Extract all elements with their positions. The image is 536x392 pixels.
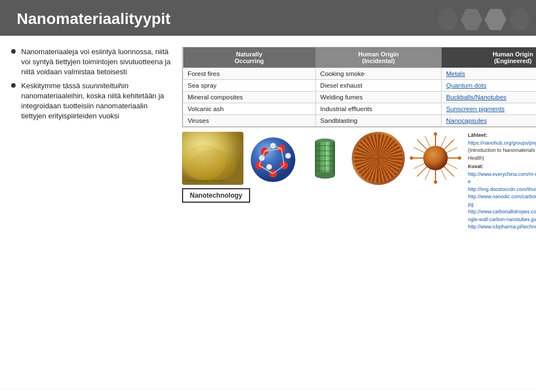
svg-text:©dongchangchem.com: ©dongchangchem.com [185,179,225,183]
table-cell: Sunscreen pigments [442,103,536,115]
spiky-sphere-image [409,132,462,185]
table-cell: Quantum dots [442,80,536,92]
table-cell: Viruses [183,115,316,127]
bullet-section: Nanomateriaaleja voi esiintyä luonnossa,… [11,47,173,121]
nano-label: Nanotechnology [182,188,250,203]
svg-point-61 [434,132,437,136]
source-link-c[interactable]: http://img.docstoccdn.com/thumb/orig/767… [468,187,536,192]
hex-icon [437,9,458,30]
table-cell: Diesel exhaust [315,80,441,92]
svg-point-64 [458,156,461,160]
source-link-4[interactable]: http://www.nanodic.com/carbon/Fullerene/… [468,193,536,208]
table-row: Sea sprayDiesel exhaustQuantum dots [183,80,537,92]
bottom-left: ©dongchangchem.com [182,132,462,203]
source-images-label: Kuvat: [468,163,536,171]
bullet-dot [11,83,16,88]
col-header-natural: NaturallyOccurring [183,47,316,68]
source-link-1[interactable]: https://nanohub.org/groups/png/training_… [468,140,536,147]
svg-point-1 [183,145,226,180]
table-cell: Sandblasting [315,115,441,127]
table-row: Forest firesCooking smokeMetals [183,68,537,80]
nano-label-row: Nanotechnology [182,187,250,203]
bullet-text-1: Nanomateriaaleja voi esiintyä luonnossa,… [21,47,173,78]
svg-point-2 [189,150,236,181]
hex-icon [485,9,506,30]
bullet-item-1: Nanomateriaaleja voi esiintyä luonnossa,… [11,47,173,78]
svg-rect-0 [182,132,243,185]
source-link-d[interactable]: http://www.nanodic.com/carbon/Fullerene/… [468,194,536,207]
svg-point-38 [376,138,380,142]
nano-sphere-image [248,135,298,185]
source-link-e[interactable]: http://www.carbonallotropes.com/39-122-t… [468,209,536,222]
bullet-text-2: Keskitymme tässä suunniteltuihin nanomat… [21,81,173,122]
svg-point-32 [315,172,335,179]
source-link-5[interactable]: http://www.carbonallotropes.com/39-122-t… [468,208,536,223]
svg-point-33 [355,135,401,181]
table-row: VirusesSandblastingNanocapsules [183,115,537,127]
table-cell: Buckballs/Nanotubes [442,92,536,103]
source-link-b[interactable]: http://www.everychina.com/m-rubber-nano-… [468,171,536,185]
svg-point-63 [410,156,413,160]
svg-point-62 [434,180,437,184]
bullet-item-2: Keskitymme tässä suunniteltuihin nanomat… [11,81,173,122]
powder-image: ©dongchangchem.com [182,132,243,185]
source-link-2[interactable]: http://www.everychina.com/m-rubber-nano-… [468,171,536,186]
source-box: Lähteet: https://nanohub.org/groups/png/… [468,132,536,231]
source-link-a[interactable]: https://nanohub.org/groups/png/training_… [468,140,536,146]
right-column: NaturallyOccurring Human Origin(Incident… [182,47,536,383]
source-label: Lähteet: [468,132,536,140]
table-cell: Mineral composites [183,92,316,103]
svg-line-42 [378,140,385,145]
sphere-svg [248,135,298,185]
table-cell: Welding fumes [315,92,441,103]
table-row: Mineral compositesWelding fumesBuckballs… [183,92,537,103]
nanotube-image [303,132,347,185]
nanotube-svg [303,132,347,185]
table-cell: Forest fires [183,68,316,80]
bullet-dot [11,49,16,54]
svg-point-60 [423,146,448,170]
buckball-svg [352,132,405,185]
table-cell: Metals [442,68,536,80]
table-row: Volcanic ashIndustrial effluentsSunscree… [183,103,537,115]
images-row: ©dongchangchem.com [182,132,462,185]
source-link-f[interactable]: http://www.icbpharma.pl/techno_slow.html [468,224,536,230]
left-column: Nanomateriaaleja voi esiintyä luonnossa,… [11,47,173,383]
footer: nano diode ETUI:n nanomateriaalien pilot… [0,389,536,392]
col-header-incidental: Human Origin(Incidental) [315,47,441,68]
table-cell: Volcanic ash [183,103,316,115]
col-header-engineered: Human Origin(Engineered) [442,47,536,68]
source-text-1: (Introduction to Nanomaterials and Occup… [468,147,536,162]
source-link-3[interactable]: http://img.docstoccdn.com/thumb/orig/767… [468,186,536,194]
buckball-image [352,132,405,185]
svg-point-40 [358,156,362,160]
svg-point-39 [376,174,380,178]
spiky-svg [409,132,462,185]
svg-marker-37 [383,151,396,165]
nano-table: NaturallyOccurring Human Origin(Incident… [183,47,536,127]
svg-point-13 [266,164,272,170]
source-link-6[interactable]: http://www.icbpharma.pl/techno_slow.html [468,223,536,231]
table-cell: Industrial effluents [315,103,441,115]
svg-point-41 [394,156,398,160]
svg-marker-34 [371,140,385,153]
svg-line-43 [371,140,378,145]
hex-icon [461,9,482,30]
svg-point-12 [285,153,291,159]
header-decoration [436,0,536,39]
svg-marker-35 [371,163,385,176]
main-content: Nanomateriaaleja voi esiintyä luonnossa,… [0,36,536,389]
hex-icon [509,9,530,30]
header: Nanomateriaalityypit [0,0,536,36]
table-cell: Nanocapsules [442,115,536,127]
table-cell: Sea spray [183,80,316,92]
svg-marker-36 [360,151,373,165]
bottom-area: ©dongchangchem.com [182,132,536,231]
table-cell: Cooking smoke [315,68,441,80]
images-and-label: ©dongchangchem.com [182,132,462,203]
nano-table-wrapper: NaturallyOccurring Human Origin(Incident… [182,47,536,127]
